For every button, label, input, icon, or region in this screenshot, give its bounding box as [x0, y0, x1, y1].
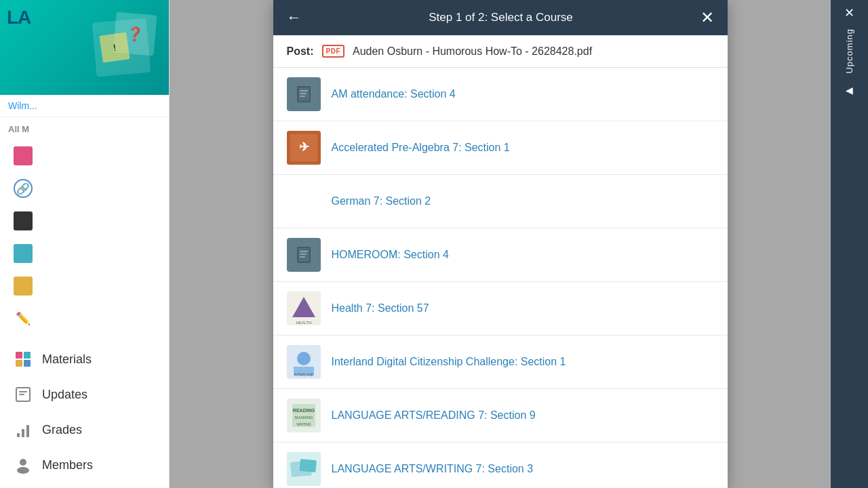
upcoming-label: Upcoming [844, 20, 854, 82]
color-swatch-2 [14, 211, 33, 230]
modal-overlay[interactable]: ← Step 1 of 2: Select a Course ✕ Post: P… [170, 0, 831, 488]
close-icon: ✕ [844, 5, 854, 20]
modal-back-button[interactable]: ← [287, 10, 302, 25]
svg-rect-14 [300, 90, 308, 92]
svg-rect-24 [300, 256, 305, 258]
color-swatch-1 [14, 146, 33, 165]
updates-label: Updates [42, 388, 87, 402]
svg-rect-16 [300, 96, 305, 97]
color-bar-4[interactable] [5, 271, 163, 301]
course-list: AM attendance: Section 4 ✈ Accelerated P… [273, 68, 728, 488]
grades-icon [14, 420, 33, 439]
svg-rect-8 [22, 429, 24, 437]
modal-close-button[interactable]: ✕ [701, 9, 714, 26]
course-name: German 7: Section 2 [332, 195, 431, 207]
sidebar-item-members[interactable]: Members [0, 447, 169, 483]
color-swatch-3 [14, 244, 33, 263]
modal-title: Step 1 of 2: Select a Course [302, 11, 701, 24]
app-logo: LA [7, 7, 31, 28]
sidebar-subtitle: Wilm... [0, 95, 169, 117]
course-name: Accelerated Pre-Algebra 7: Section 1 [332, 142, 510, 154]
svg-point-29 [297, 352, 311, 365]
course-name: LANGUAGE ARTS/READING 7: Section 9 [332, 409, 536, 422]
svg-rect-15 [300, 93, 307, 94]
svg-rect-5 [19, 391, 27, 392]
color-swatch-4 [14, 277, 33, 296]
course-item[interactable]: ✈ Accelerated Pre-Algebra 7: Section 1 [273, 121, 728, 175]
svg-rect-2 [16, 360, 22, 367]
main-content: ← Step 1 of 2: Select a Course ✕ Post: P… [170, 0, 831, 488]
svg-rect-1 [24, 352, 31, 359]
post-label: Post: [287, 45, 314, 58]
course-thumbnail [287, 77, 321, 111]
pencil-icon: ✏️ [14, 309, 33, 328]
svg-rect-0 [16, 352, 22, 359]
materials-label: Materials [42, 352, 92, 367]
svg-text:✈: ✈ [298, 140, 309, 154]
pdf-badge: PDF [322, 45, 345, 58]
members-icon [14, 455, 33, 474]
right-panel: ✕ Upcoming ◀ [831, 0, 868, 488]
course-name: AM attendance: Section 4 [332, 88, 456, 100]
course-name: HOMEROOM: Section 4 [332, 249, 449, 261]
course-thumbnail: READING SHARING WRITING [287, 399, 321, 432]
color-bar-link[interactable]: 🔗 [5, 174, 163, 203]
materials-icon [14, 350, 33, 369]
svg-rect-22 [300, 251, 308, 252]
course-name: LANGUAGE ARTS/WRITING 7: Section 3 [332, 463, 534, 475]
sidebar-item-updates[interactable]: Updates [0, 377, 169, 412]
course-thumbnail [287, 238, 321, 272]
course-item[interactable]: HOMEROOM: Section 4 [273, 228, 728, 282]
course-name: Interland Digital Citizenship Challenge:… [332, 356, 566, 368]
course-thumbnail: INTERLAND [287, 345, 321, 379]
svg-text:INTERLAND: INTERLAND [294, 373, 313, 377]
course-item[interactable]: German 7: Section 2 [273, 175, 728, 228]
course-name: Health 7: Section 57 [332, 302, 429, 314]
svg-rect-39 [299, 459, 316, 472]
course-item[interactable]: READING SHARING WRITING LANGUAGE ARTS/RE… [273, 389, 728, 443]
course-thumbnail [287, 452, 321, 486]
course-item[interactable]: HEALTH Health 7: Section 57 [273, 282, 728, 336]
color-bar-1[interactable] [5, 141, 163, 171]
course-thumbnail: HEALTH [287, 291, 321, 325]
svg-rect-7 [17, 433, 20, 437]
course-item[interactable]: INTERLAND Interland Digital Citizenship … [273, 336, 728, 389]
svg-rect-9 [26, 425, 29, 437]
svg-text:HEALTH: HEALTH [296, 321, 311, 325]
modal-header: ← Step 1 of 2: Select a Course ✕ [273, 0, 728, 35]
sidebar-item-grades[interactable]: Grades [0, 412, 169, 447]
sidebar-decoration: ❓ ! [81, 7, 162, 95]
sidebar-item-materials[interactable]: Materials [0, 342, 169, 377]
members-label: Members [42, 458, 93, 472]
course-thumbnail: ✈ [287, 131, 321, 165]
course-item[interactable]: AM attendance: Section 4 [273, 68, 728, 121]
color-bar-3[interactable] [5, 239, 163, 268]
sidebar-header: ❓ ! LA [0, 0, 169, 95]
course-select-modal: ← Step 1 of 2: Select a Course ✕ Post: P… [273, 0, 728, 488]
svg-rect-6 [19, 394, 24, 395]
right-panel-arrow[interactable]: ◀ [846, 85, 853, 96]
svg-point-11 [17, 467, 29, 474]
svg-rect-3 [24, 360, 31, 367]
svg-point-10 [20, 459, 26, 466]
post-filename: Auden Osburn - Humorous How-To - 2628428… [353, 45, 592, 58]
link-icon: 🔗 [14, 179, 33, 198]
svg-text:SHARING: SHARING [294, 415, 313, 420]
sidebar-nav: Materials Updates [0, 336, 169, 488]
sidebar-section: All M [0, 117, 169, 138]
modal-post-bar: Post: PDF Auden Osburn - Humorous How-To… [273, 35, 728, 68]
color-bar-5[interactable]: ✏️ [5, 304, 163, 333]
svg-rect-23 [300, 253, 307, 255]
course-thumbnail-empty [287, 184, 321, 218]
svg-text:READING: READING [292, 408, 315, 413]
grades-label: Grades [42, 423, 82, 437]
sidebar: ❓ ! LA Wilm... All M 🔗 [0, 0, 170, 488]
updates-icon [14, 385, 33, 404]
color-bar-2[interactable] [5, 206, 163, 236]
course-item[interactable]: LANGUAGE ARTS/WRITING 7: Section 3 [273, 443, 728, 488]
svg-text:WRITING: WRITING [296, 422, 311, 426]
